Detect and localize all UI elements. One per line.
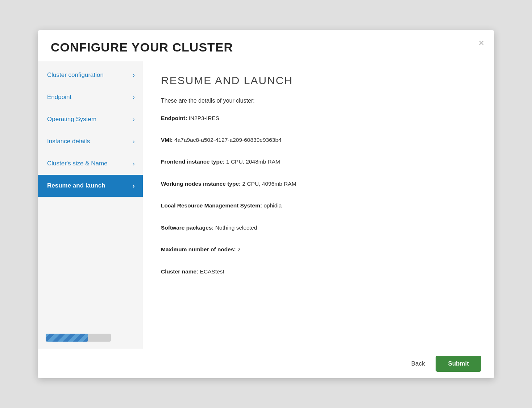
sidebar-item-label: Resume and launch xyxy=(47,182,105,189)
detail-label-endpoint: Endpoint: xyxy=(161,115,187,121)
main-content: RESUME AND LAUNCH These are the details … xyxy=(143,61,494,349)
chevron-right-icon: › xyxy=(133,160,135,168)
sidebar-item-instance-details[interactable]: Instance details › xyxy=(38,131,143,153)
modal-title: CONFIGURE YOUR CLUSTER xyxy=(51,40,481,54)
sidebar-item-label: Cluster's size & Name xyxy=(47,160,108,167)
sidebar-item-label: Endpoint xyxy=(47,94,71,101)
intro-text: These are the details of your cluster: xyxy=(161,98,476,104)
detail-value-vmi: 4a7a9ac8-a502-4127-a209-60839e9363b4 xyxy=(174,137,282,143)
detail-row-frontend-instance: Frontend instance type: 1 CPU, 2048mb RA… xyxy=(161,156,476,167)
sidebar-item-operating-system[interactable]: Operating System › xyxy=(38,108,143,131)
detail-value-max-nodes: 2 xyxy=(237,246,241,252)
detail-value-software-packages: Nothing selected xyxy=(215,224,257,231)
detail-label-frontend-instance: Frontend instance type: xyxy=(161,158,225,165)
sidebar-item-clusters-size-name[interactable]: Cluster's size & Name › xyxy=(38,153,143,175)
submit-button[interactable]: Submit xyxy=(436,356,481,372)
detail-label-max-nodes: Maximum number of nodes: xyxy=(161,246,236,252)
sidebar-spacer xyxy=(38,197,143,326)
cluster-details: Endpoint: IN2P3-IRES VMI: 4a7a9ac8-a502-… xyxy=(161,113,476,277)
chevron-right-icon: › xyxy=(133,182,135,190)
detail-value-lrms: ophidia xyxy=(263,202,282,209)
progress-bar xyxy=(46,334,111,342)
progress-bar-fill xyxy=(46,334,88,342)
detail-row-lrms: Local Resource Management System: ophidi… xyxy=(161,200,476,211)
detail-row-max-nodes: Maximum number of nodes: 2 xyxy=(161,244,476,255)
sidebar-item-label: Operating System xyxy=(47,116,96,123)
sidebar-item-cluster-configuration[interactable]: Cluster configuration › xyxy=(38,64,143,86)
section-title: RESUME AND LAUNCH xyxy=(161,74,476,87)
detail-label-lrms: Local Resource Management System: xyxy=(161,202,262,209)
detail-row-cluster-name: Cluster name: ECAStest xyxy=(161,266,476,277)
detail-value-working-nodes: 2 CPU, 4096mb RAM xyxy=(242,181,296,187)
detail-label-working-nodes: Working nodes instance type: xyxy=(161,181,241,187)
modal-body: Cluster configuration › Endpoint › Opera… xyxy=(38,61,494,349)
detail-row-endpoint: Endpoint: IN2P3-IRES xyxy=(161,113,476,124)
sidebar: Cluster configuration › Endpoint › Opera… xyxy=(38,61,143,349)
detail-label-vmi: VMI: xyxy=(161,137,173,143)
chevron-right-icon: › xyxy=(133,116,135,123)
back-button[interactable]: Back xyxy=(406,357,430,370)
detail-value-frontend-instance: 1 CPU, 2048mb RAM xyxy=(226,158,280,165)
detail-row-working-nodes: Working nodes instance type: 2 CPU, 4096… xyxy=(161,178,476,189)
chevron-right-icon: › xyxy=(133,71,135,79)
chevron-right-icon: › xyxy=(133,138,135,145)
close-button[interactable]: × xyxy=(479,38,484,48)
modal-footer: Back Submit xyxy=(38,349,494,378)
sidebar-progress xyxy=(38,326,143,349)
detail-label-software-packages: Software packages: xyxy=(161,224,214,231)
modal-header: CONFIGURE YOUR CLUSTER × xyxy=(38,30,494,61)
sidebar-item-resume-and-launch[interactable]: Resume and launch › xyxy=(38,175,143,197)
detail-row-software-packages: Software packages: Nothing selected xyxy=(161,222,476,233)
detail-row-vmi: VMI: 4a7a9ac8-a502-4127-a209-60839e9363b… xyxy=(161,135,476,145)
sidebar-item-label: Cluster configuration xyxy=(47,71,104,79)
sidebar-item-label: Instance details xyxy=(47,138,90,145)
chevron-right-icon: › xyxy=(133,94,135,101)
detail-label-cluster-name: Cluster name: xyxy=(161,268,198,275)
detail-value-endpoint: IN2P3-IRES xyxy=(189,115,219,121)
configure-cluster-modal: CONFIGURE YOUR CLUSTER × Cluster configu… xyxy=(38,30,494,378)
sidebar-item-endpoint[interactable]: Endpoint › xyxy=(38,86,143,108)
detail-value-cluster-name: ECAStest xyxy=(200,268,224,275)
